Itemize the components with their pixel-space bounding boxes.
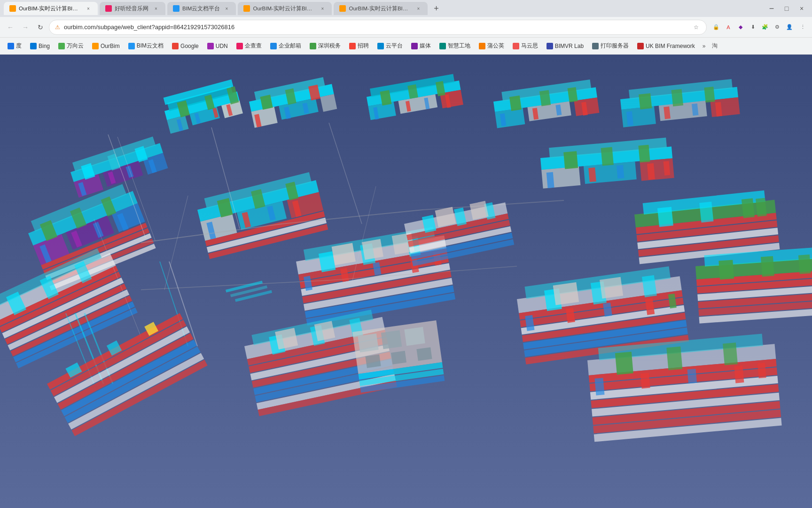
bookmark-cloud[interactable]: 云平台 (374, 40, 406, 52)
svg-rect-148 (332, 243, 356, 265)
bookmark-mayun[interactable]: 马云思 (509, 40, 542, 52)
reload-button[interactable]: ↻ (34, 21, 47, 34)
tab-3-label: OurBIM-实时云计算BIM引擎平- (253, 5, 316, 12)
bookmark-qicha[interactable]: 企查查 (233, 40, 265, 52)
svg-rect-71 (617, 165, 624, 179)
bookmark-email[interactable]: 企业邮箱 (266, 40, 305, 52)
svg-rect-219 (723, 342, 738, 365)
bookmark-media-label: 媒体 (420, 42, 431, 50)
bookmark-media[interactable]: 媒体 (407, 40, 435, 52)
bookmark-recruit[interactable]: 招聘 (345, 40, 373, 52)
bookmarks-bar: 度 Bing 万向云 OurBim BIM云文档 Google UDN 企查查 (0, 38, 812, 55)
bookmark-wanxiang-label: 万向云 (67, 42, 84, 50)
bookmark-mayun-label: 马云思 (521, 42, 538, 50)
extension-download[interactable]: ⬇ (747, 22, 758, 33)
bookmark-udn[interactable]: UDN (203, 40, 232, 52)
extension-settings[interactable]: ⚙ (772, 22, 783, 33)
bookmark-email-favicon (270, 43, 277, 49)
tab-2-close[interactable]: × (223, 5, 230, 12)
bookmark-cloud-favicon (377, 43, 384, 49)
svg-rect-56 (704, 87, 715, 103)
minimize-button[interactable]: − (765, 4, 778, 14)
bookmark-smart-site-label: 智慧工地 (448, 42, 470, 50)
tab-2-favicon (173, 5, 180, 12)
more-options-button[interactable]: ⋮ (797, 22, 808, 33)
bookmark-tax[interactable]: 深圳税务 (306, 40, 344, 52)
star-button[interactable]: ☆ (691, 23, 701, 32)
svg-rect-266 (416, 347, 432, 361)
main-viewport[interactable] (0, 55, 812, 508)
tab-1-label: 好听经音乐网 (115, 5, 149, 12)
address-bar[interactable]: ⚠ ourbim.com/subpage/web_client?appid=86… (49, 20, 707, 35)
bookmarks-overflow[interactable]: 淘 (709, 42, 720, 50)
extension-user[interactable]: 👤 (784, 22, 795, 33)
bookmark-google-label: Google (180, 43, 199, 49)
bookmark-wanxiang[interactable]: 万向云 (55, 40, 87, 52)
tab-1[interactable]: 好听经音乐网 × (100, 2, 165, 15)
bookmark-smart-site-favicon (439, 43, 446, 49)
tab-3[interactable]: OurBIM-实时云计算BIM引擎平- × (238, 2, 332, 15)
bookmark-smart-site[interactable]: 智慧工地 (436, 40, 474, 52)
extension-adobe[interactable]: A (723, 22, 734, 33)
svg-rect-261 (358, 333, 378, 352)
extension-puzzle[interactable]: 🧩 (759, 22, 771, 33)
bookmark-mayun-favicon (513, 43, 519, 49)
tab-1-close[interactable]: × (152, 5, 160, 12)
address-text: ourbim.com/subpage/web_client?appid=8642… (64, 24, 687, 31)
extension-1[interactable]: 🔒 (710, 22, 722, 33)
svg-rect-243 (469, 201, 488, 220)
bookmark-google[interactable]: Google (168, 40, 203, 52)
address-actions: ☆ (691, 23, 701, 32)
tab-4-favicon (339, 5, 346, 12)
svg-rect-67 (601, 147, 614, 166)
tab-5[interactable]: OurBIM-实时云计算BIM引擎平- × (4, 2, 98, 15)
svg-rect-223 (734, 365, 744, 383)
bookmark-ourbim-label: OurBim (101, 43, 120, 49)
tab-3-favicon (243, 5, 250, 12)
bookmark-bing[interactable]: Bing (26, 40, 54, 52)
svg-rect-222 (687, 369, 697, 383)
bookmark-pupu-favicon (479, 43, 485, 49)
bookmark-ukbim[interactable]: UK BIM Framework (633, 40, 699, 52)
maximize-button[interactable]: □ (780, 5, 793, 12)
svg-rect-205 (761, 256, 774, 277)
svg-rect-175 (742, 198, 755, 218)
svg-rect-69 (547, 172, 554, 188)
bookmarks-more[interactable]: » (700, 43, 709, 49)
bookmark-recruit-favicon (349, 43, 356, 49)
bookmark-bing-label: Bing (39, 43, 50, 49)
bookmark-bimvr[interactable]: BIMVR Lab (543, 40, 587, 52)
extension-purple[interactable]: ◆ (735, 22, 746, 33)
bookmark-pupu[interactable]: 蒲公英 (475, 40, 508, 52)
bookmark-bimdoc[interactable]: BIM云文档 (125, 40, 167, 52)
bookmark-bing-favicon (30, 43, 37, 49)
bookmark-baidu[interactable]: 度 (4, 40, 25, 52)
bookmark-udn-favicon (207, 43, 214, 49)
tab-5-close[interactable]: × (85, 5, 92, 12)
close-button[interactable]: × (795, 5, 808, 12)
tab-4-close[interactable]: × (414, 5, 422, 12)
svg-rect-264 (365, 355, 381, 368)
svg-rect-176 (756, 198, 767, 217)
bookmark-ukbim-label: UK BIM Framework (646, 43, 695, 49)
svg-rect-68 (639, 145, 650, 163)
tab-2[interactable]: BIM云文档平台 × (167, 2, 236, 15)
bookmark-print[interactable]: 打印服务器 (588, 40, 632, 52)
bookmark-ourbim-favicon (92, 43, 99, 49)
tab-4[interactable]: OurBIM-实时云计算BIM引擎平- × (334, 2, 428, 15)
forward-button[interactable]: → (19, 21, 32, 34)
bookmark-bimdoc-favicon (128, 43, 135, 49)
bim-3d-scene[interactable] (0, 55, 812, 508)
new-tab-button[interactable]: + (429, 2, 443, 15)
svg-rect-263 (404, 327, 425, 346)
bookmark-wanxiang-favicon (58, 43, 65, 49)
tab-3-close[interactable]: × (319, 5, 326, 12)
svg-rect-265 (391, 351, 406, 365)
svg-rect-204 (718, 260, 734, 279)
bookmark-ourbim[interactable]: OurBim (88, 40, 124, 52)
svg-rect-173 (657, 207, 673, 227)
back-button[interactable]: ← (4, 21, 17, 34)
svg-rect-224 (757, 363, 766, 378)
svg-rect-55 (671, 89, 684, 106)
bookmark-baidu-favicon (8, 43, 14, 49)
